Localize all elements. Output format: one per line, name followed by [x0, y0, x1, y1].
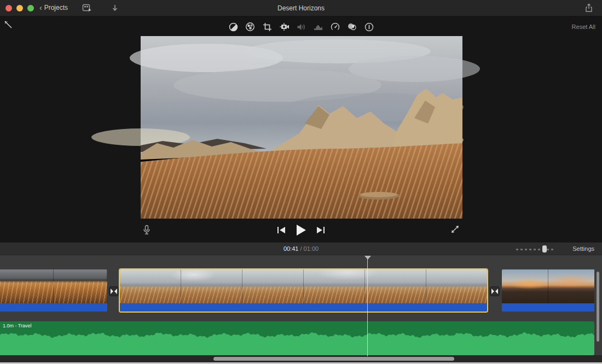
- settings-button[interactable]: Settings: [572, 245, 594, 252]
- video-preview[interactable]: [141, 36, 462, 219]
- zoom-slider-ticks: [516, 249, 555, 250]
- titlebar: ‹ Projects Desert Horizons: [0, 0, 602, 16]
- clip-thumbnails: [0, 269, 107, 303]
- time-separator: /: [300, 245, 302, 252]
- timecode: 00:41 / 01:00: [0, 245, 602, 252]
- desert-scene-image: [141, 36, 462, 219]
- playhead-handle[interactable]: [364, 256, 371, 260]
- crossfade-transition-icon[interactable]: [490, 286, 500, 296]
- clip-rock-formation-selected[interactable]: [120, 269, 487, 312]
- music-track-travel[interactable]: 1.0m - Travel: [0, 321, 594, 355]
- crossfade-transition-icon[interactable]: [109, 286, 119, 296]
- zoom-slider-thumb[interactable]: [542, 245, 547, 253]
- clip-audio-strip: [120, 303, 487, 312]
- clip-audio-strip: [0, 303, 107, 312]
- clip-thumbnails: [120, 269, 487, 303]
- share-icon[interactable]: [584, 3, 593, 15]
- transport-bar: [0, 221, 602, 240]
- clip-desert-dunes[interactable]: [0, 269, 107, 312]
- imovie-window: ‹ Projects Desert Horizons: [0, 0, 602, 364]
- crop-icon[interactable]: [262, 22, 272, 32]
- reset-all-button[interactable]: Reset All: [572, 24, 595, 30]
- scrubber-strip: 00:41 / 01:00 Settings: [0, 242, 602, 255]
- current-time: 00:41: [283, 245, 299, 252]
- clip-thumbnails: [502, 269, 594, 303]
- adjustment-icons-row: [0, 20, 602, 34]
- skip-back-icon[interactable]: [277, 226, 286, 236]
- adjustments-toolbar: Reset All: [0, 20, 602, 34]
- clip-audio-strip: [502, 303, 594, 312]
- skip-forward-icon[interactable]: [316, 226, 325, 236]
- color-balance-icon[interactable]: [228, 22, 238, 32]
- color-correction-icon[interactable]: [245, 22, 255, 32]
- timeline-horizontal-scrollbar[interactable]: [213, 357, 454, 361]
- clip-filter-icon[interactable]: [347, 22, 357, 32]
- timeline-bottom-bar: [0, 355, 602, 362]
- project-title: Desert Horizons: [0, 4, 602, 12]
- timeline-pane[interactable]: 1.0m - Travel: [0, 255, 602, 364]
- music-track-label: 1.0m - Travel: [3, 323, 32, 328]
- clip-sunset[interactable]: [502, 269, 594, 312]
- audio-waveform: [0, 321, 594, 355]
- stabilization-icon[interactable]: [279, 22, 289, 32]
- total-time: 01:00: [304, 245, 319, 252]
- noise-reduction-icon[interactable]: [313, 22, 323, 32]
- fullscreen-icon[interactable]: [450, 225, 460, 236]
- play-icon[interactable]: [296, 224, 306, 238]
- timeline-zoom-slider[interactable]: [516, 248, 555, 251]
- speed-icon[interactable]: [330, 22, 340, 32]
- playback-controls: [0, 224, 602, 239]
- clip-info-icon[interactable]: [364, 22, 374, 32]
- volume-icon[interactable]: [296, 22, 306, 32]
- playhead-line: [367, 257, 368, 356]
- viewer-pane: Reset All: [0, 17, 602, 242]
- timeline-vertical-scrollbar[interactable]: [597, 272, 599, 342]
